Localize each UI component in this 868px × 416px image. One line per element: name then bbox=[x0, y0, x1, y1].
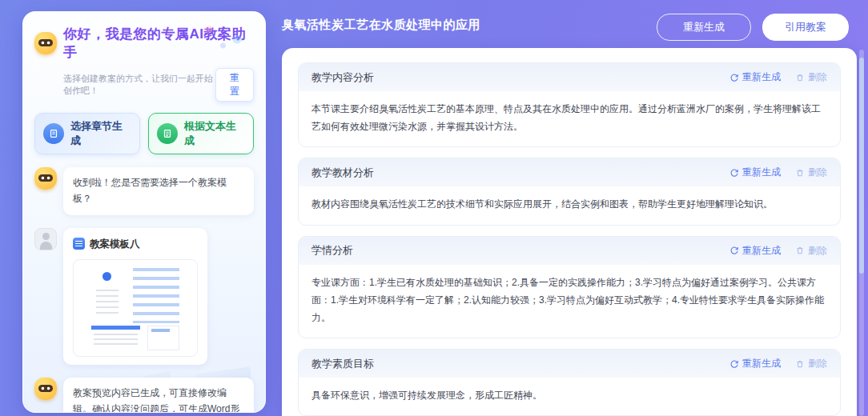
section-body[interactable]: 专业课方面：1.学生已有水质处理的基础知识；2.具备一定的实践操作能力；3.学习… bbox=[299, 265, 840, 338]
mode-card-chapter-label: 选择章节生成 bbox=[70, 119, 131, 148]
trash-icon bbox=[795, 359, 805, 369]
template-preview-thumbnail bbox=[73, 259, 198, 357]
section-delete-button[interactable]: 删除 bbox=[795, 357, 827, 370]
trash-icon bbox=[795, 73, 805, 82]
preview-page bbox=[147, 326, 179, 350]
refresh-icon bbox=[729, 73, 739, 82]
trash-icon bbox=[795, 246, 805, 255]
delete-label: 删除 bbox=[808, 70, 827, 84]
section-title: 教学内容分析 bbox=[311, 70, 374, 85]
bot-message-row: 收到啦！您是否需要选择一个教案模板？ bbox=[34, 167, 254, 215]
refresh-icon bbox=[729, 168, 739, 178]
text-doc-icon bbox=[157, 123, 178, 144]
user-message-row: 教案模板八 bbox=[34, 228, 254, 366]
section-title: 教学素质目标 bbox=[311, 357, 374, 371]
bot-message-bubble: 教案预览内容已生成，可直接修改编辑。确认内容没问题后，可生成Word形式的教案文… bbox=[63, 378, 254, 413]
assistant-subtitle: 选择创建教案的方式，让我们一起开始创作吧！ bbox=[63, 73, 215, 97]
user-avatar-icon bbox=[34, 228, 57, 250]
refresh-icon bbox=[729, 246, 739, 255]
section-regenerate-button[interactable]: 重新生成 bbox=[729, 166, 781, 179]
section-body[interactable]: 具备环保意识，增强可持续发展理念，形成工匠精神。 bbox=[299, 378, 840, 415]
generation-mode-cards: 选择章节生成 根据文本生成 bbox=[34, 113, 254, 154]
template-name: 教案模板八 bbox=[90, 236, 140, 253]
regenerate-all-button[interactable]: 重新生成 bbox=[657, 14, 751, 41]
section-teaching-material-analysis: 教学教材分析 重新生成 删除 教材内容围绕臭氧活性炭工艺的技术细节和实际应用展开… bbox=[298, 158, 841, 225]
chapter-doc-icon bbox=[43, 123, 64, 144]
section-regenerate-button[interactable]: 重新生成 bbox=[729, 70, 781, 84]
reset-button[interactable]: 重置 bbox=[215, 68, 254, 102]
lesson-plan-panel: 教学内容分析 重新生成 删除 本节课主要介绍臭氧活性炭工艺的基本原理、特点及其在… bbox=[282, 48, 857, 416]
bot-avatar-icon bbox=[34, 32, 57, 54]
mode-card-text-label: 根据文本生成 bbox=[184, 119, 245, 148]
preview-page bbox=[91, 269, 123, 318]
bot-avatar-icon bbox=[34, 378, 57, 400]
delete-label: 删除 bbox=[808, 166, 827, 179]
bot-avatar-icon bbox=[34, 167, 57, 190]
mode-card-chapter[interactable]: 选择章节生成 bbox=[34, 113, 140, 154]
delete-label: 删除 bbox=[808, 357, 827, 370]
section-body[interactable]: 教材内容围绕臭氧活性炭工艺的技术细节和实际应用展开，结合实例和图表，帮助学生更好… bbox=[299, 186, 840, 224]
section-regenerate-button[interactable]: 重新生成 bbox=[729, 244, 781, 258]
header-actions: 重新生成 引用教案 bbox=[657, 14, 849, 41]
regenerate-label: 重新生成 bbox=[742, 70, 781, 84]
delete-label: 删除 bbox=[808, 244, 827, 258]
section-teaching-content-analysis: 教学内容分析 重新生成 删除 本节课主要介绍臭氧活性炭工艺的基本原理、特点及其在… bbox=[298, 62, 841, 147]
trash-icon bbox=[795, 168, 805, 178]
cite-lesson-plan-button[interactable]: 引用教案 bbox=[762, 14, 849, 41]
section-delete-button[interactable]: 删除 bbox=[795, 166, 827, 179]
section-learner-analysis: 学情分析 重新生成 删除 专业课方面：1.学生已有水质处理的基础知识；2.具备一… bbox=[298, 236, 841, 339]
bot-message-bubble: 收到啦！您是否需要选择一个教案模板？ bbox=[63, 167, 254, 215]
regenerate-label: 重新生成 bbox=[742, 357, 781, 370]
section-title: 教学教材分析 bbox=[311, 166, 374, 180]
regenerate-label: 重新生成 bbox=[742, 166, 781, 179]
scrollbar-thumb[interactable] bbox=[859, 58, 864, 274]
assistant-title: 你好，我是您的专属AI教案助手 bbox=[63, 25, 254, 62]
section-delete-button[interactable]: 删除 bbox=[795, 244, 827, 258]
page-title: 臭氧活性炭工艺在水质处理中的应用 bbox=[282, 18, 480, 33]
preview-page bbox=[133, 268, 180, 324]
mode-card-text[interactable]: 根据文本生成 bbox=[148, 113, 254, 154]
section-delete-button[interactable]: 删除 bbox=[795, 70, 827, 84]
bot-message-row: 教案预览内容已生成，可直接修改编辑。确认内容没问题后，可生成Word形式的教案文… bbox=[34, 378, 254, 413]
section-title: 学情分析 bbox=[311, 243, 353, 258]
section-quality-objectives: 教学素质目标 重新生成 删除 具备环保意识，增强可持续发展理念，形成工匠精神。 bbox=[298, 349, 841, 416]
template-doc-icon bbox=[73, 238, 85, 250]
section-body[interactable]: 本节课主要介绍臭氧活性炭工艺的基本原理、特点及其在水质处理中的应用。通过分析蓝洲… bbox=[299, 91, 840, 146]
regenerate-label: 重新生成 bbox=[742, 244, 781, 258]
assistant-header: 你好，我是您的专属AI教案助手 bbox=[34, 25, 254, 62]
section-regenerate-button[interactable]: 重新生成 bbox=[729, 357, 781, 370]
app: { "colors": { "accent_purple": "#7b4ef0"… bbox=[0, 0, 868, 416]
preview-page bbox=[91, 326, 141, 350]
template-card[interactable]: 教案模板八 bbox=[63, 228, 207, 366]
assistant-panel: 你好，我是您的专属AI教案助手 选择创建教案的方式，让我们一起开始创作吧！ 重置… bbox=[22, 11, 266, 413]
refresh-icon bbox=[729, 359, 739, 369]
preview-ready-text: 教案预览内容已生成，可直接修改编辑。确认内容没问题后，可生成Word形式的教案文… bbox=[73, 387, 239, 413]
